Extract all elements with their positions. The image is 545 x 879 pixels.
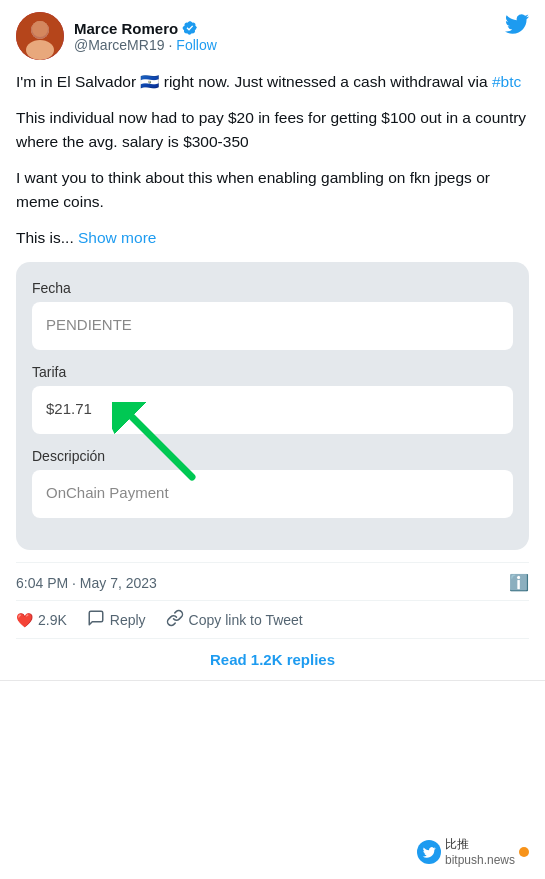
timestamp-text: 6:04 PM · May 7, 2023 bbox=[16, 575, 157, 591]
read-replies-label: Read 1.2K replies bbox=[210, 651, 335, 668]
heart-icon: ❤️ bbox=[16, 612, 33, 628]
tweet-card: Fecha PENDIENTE Tarifa $21.71 bbox=[16, 262, 529, 550]
watermark-site: bitpush.news bbox=[445, 853, 515, 867]
svg-point-4 bbox=[32, 21, 48, 37]
tweet-body: I'm in El Salvador 🇸🇻 right now. Just wi… bbox=[16, 70, 529, 250]
tweet-header-left: Marce Romero @MarceMR19 · Follow bbox=[16, 12, 217, 60]
svg-point-2 bbox=[26, 40, 54, 60]
card-value-descripcion: OnChain Payment bbox=[32, 470, 513, 518]
green-arrow bbox=[112, 402, 202, 486]
watermark-bird-icon bbox=[417, 840, 441, 864]
tweet-line-2: This individual now had to pay $20 in fe… bbox=[16, 106, 529, 154]
hashtag-btc[interactable]: #btc bbox=[492, 73, 521, 90]
copy-link-label: Copy link to Tweet bbox=[189, 612, 303, 628]
reply-icon bbox=[87, 609, 105, 630]
card-value-tarifa: $21.71 bbox=[32, 386, 513, 434]
tweet-actions: ❤️ 2.9K Reply Copy link to Tweet bbox=[16, 600, 529, 638]
tarifa-arrow-container: Tarifa $21.71 bbox=[32, 364, 513, 434]
avatar bbox=[16, 12, 64, 60]
like-action[interactable]: ❤️ 2.9K bbox=[16, 612, 67, 628]
svg-line-6 bbox=[132, 417, 192, 477]
likes-count: 2.9K bbox=[38, 612, 67, 628]
copy-link-icon bbox=[166, 609, 184, 630]
orange-circle-icon bbox=[519, 847, 529, 857]
card-value-fecha: PENDIENTE bbox=[32, 302, 513, 350]
card-field-descripcion: Descripción OnChain Payment bbox=[32, 448, 513, 518]
reply-action[interactable]: Reply bbox=[87, 609, 146, 630]
tweet-timestamp: 6:04 PM · May 7, 2023 ℹ️ bbox=[16, 562, 529, 600]
card-label-fecha: Fecha bbox=[32, 280, 513, 296]
twitter-logo bbox=[505, 12, 529, 40]
info-icon: ℹ️ bbox=[509, 573, 529, 592]
watermark: 比推 bitpush.news bbox=[411, 834, 535, 869]
copy-link-action[interactable]: Copy link to Tweet bbox=[166, 609, 303, 630]
reply-label: Reply bbox=[110, 612, 146, 628]
avatar-image bbox=[16, 12, 64, 60]
user-handle: @MarceMR19 bbox=[74, 37, 164, 53]
follow-link[interactable]: Follow bbox=[176, 37, 216, 53]
card-field-fecha: Fecha PENDIENTE bbox=[32, 280, 513, 350]
user-handle-row: @MarceMR19 · Follow bbox=[74, 37, 217, 53]
tweet-line-4: This is... Show more bbox=[16, 226, 529, 250]
user-name-row: Marce Romero bbox=[74, 20, 217, 37]
user-info: Marce Romero @MarceMR19 · Follow bbox=[74, 20, 217, 53]
show-more-link[interactable]: Show more bbox=[78, 229, 156, 246]
watermark-chinese-text: 比推 bbox=[445, 836, 469, 853]
tweet-container: Marce Romero @MarceMR19 · Follow bbox=[0, 0, 545, 681]
user-name: Marce Romero bbox=[74, 20, 178, 37]
verified-icon bbox=[182, 20, 198, 36]
card-label-tarifa: Tarifa bbox=[32, 364, 513, 380]
card-label-descripcion: Descripción bbox=[32, 448, 513, 464]
tweet-line-1: I'm in El Salvador 🇸🇻 right now. Just wi… bbox=[16, 70, 529, 94]
read-replies-bar[interactable]: Read 1.2K replies bbox=[16, 638, 529, 680]
tweet-header: Marce Romero @MarceMR19 · Follow bbox=[16, 12, 529, 60]
tweet-line-3: I want you to think about this when enab… bbox=[16, 166, 529, 214]
